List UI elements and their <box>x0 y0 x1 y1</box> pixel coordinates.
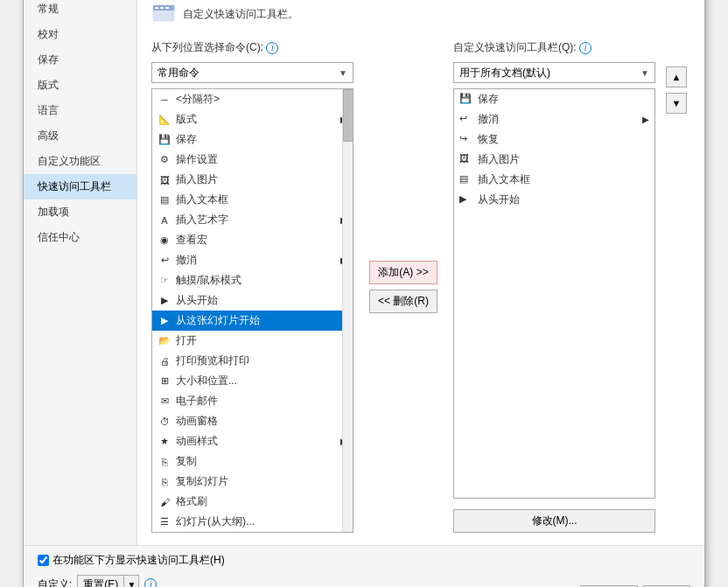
list-item-label: 插入文本框 <box>176 192 228 207</box>
section-header: 自定义快速访问工具栏。 <box>151 2 690 26</box>
dialog-body: 常规校对保存版式语言高级自定义功能区快速访问工具栏加载项信任中心 自定义快速访问… <box>24 0 704 545</box>
move-down-button[interactable]: ▼ <box>666 93 687 114</box>
sidebar-item[interactable]: 信任中心 <box>24 225 136 250</box>
list-item[interactable]: ⚙操作设置 <box>152 150 353 170</box>
list-item-label: 幻灯片(从大纲)... <box>176 514 255 529</box>
list-item[interactable]: ◉查看宏 <box>152 230 353 250</box>
list-item-icon: 🖨 <box>158 354 172 368</box>
right-list-item[interactable]: ▤插入文本框 <box>454 170 654 190</box>
right-panel: 自定义快速访问工具栏(Q): i 用于所有文档(默认) ▼ 💾保存↩撤消▶↪恢复… <box>453 40 655 533</box>
list-item-icon: 💾 <box>158 133 172 147</box>
list-item[interactable]: ▤插入文本框 <box>152 190 353 210</box>
right-list-item-arrow: ▶ <box>642 115 649 124</box>
bottom-area: 在功能区下方显示快速访问工具栏(H) 自定义: 重置(E) ▼ i 导入/导出(… <box>24 545 704 587</box>
middle-buttons-area: 添加(A) >> << 删除(R) <box>364 40 443 533</box>
list-item-icon: ☰ <box>158 515 172 529</box>
left-combo[interactable]: 常用命令 ▼ <box>151 62 354 83</box>
list-item[interactable]: ☞触摸/鼠标模式 <box>152 270 353 290</box>
list-item[interactable]: ✉电子邮件 <box>152 391 353 411</box>
custom-label: 自定义: <box>38 577 72 588</box>
right-list-item[interactable]: ▶从头开始 <box>454 190 654 210</box>
reset-dropdown-arrow[interactable]: ▼ <box>123 575 139 587</box>
list-item[interactable]: ★动画样式▶ <box>152 431 353 451</box>
sidebar-item[interactable]: 自定义功能区 <box>24 149 136 174</box>
sidebar-item[interactable]: 版式 <box>24 73 136 98</box>
right-list-box[interactable]: 💾保存↩撤消▶↪恢复🖼插入图片▤插入文本框▶从头开始 <box>453 88 655 499</box>
left-combo-value: 常用命令 <box>158 66 200 80</box>
right-list-item[interactable]: ↪恢复 <box>454 129 654 150</box>
left-list-box[interactable]: ─<分隔符>📐版式▶💾保存⚙操作设置🖼插入图片▤插入文本框A插入艺术字▶◉查看宏… <box>151 88 354 533</box>
list-item-icon: ☞ <box>158 274 172 288</box>
options-dialog: PowerPoint 选项 ? × 常规校对保存版式语言高级自定义功能区快速访问… <box>23 0 705 587</box>
svg-rect-4 <box>165 7 169 9</box>
list-item-label: 从头开始 <box>176 293 218 308</box>
reset-info-icon[interactable]: i <box>144 578 157 587</box>
right-list-item[interactable]: 💾保存 <box>454 89 654 109</box>
list-item-icon: ◉ <box>158 234 172 248</box>
list-item-label: 插入图片 <box>176 172 218 187</box>
left-panel-label: 从下列位置选择命令(C): i <box>151 40 354 55</box>
list-item-label: 操作设置 <box>176 152 218 167</box>
list-item[interactable]: ▶从这张幻灯片开始 <box>152 311 353 331</box>
right-list-item-label: 保存 <box>478 92 499 107</box>
list-item-icon: ▶ <box>158 314 172 328</box>
list-item-label: 触摸/鼠标模式 <box>176 273 242 288</box>
list-item-icon: ⎘ <box>158 475 172 489</box>
right-list-item-icon: ▤ <box>459 173 473 187</box>
reset-dropdown-main[interactable]: 重置(E) <box>77 575 123 587</box>
list-item[interactable]: 💾保存 <box>152 129 353 150</box>
list-item-icon: ★ <box>158 435 172 449</box>
bottom-checkbox-label[interactable]: 在功能区下方显示快速访问工具栏(H) <box>38 553 225 568</box>
section-title: 自定义快速访问工具栏。 <box>183 7 298 22</box>
list-item[interactable]: 🖼插入图片 <box>152 170 353 190</box>
move-up-button[interactable]: ▲ <box>666 66 687 87</box>
list-item[interactable]: 🖌格式刷 <box>152 492 353 512</box>
sidebar-item[interactable]: 保存 <box>24 47 136 73</box>
sidebar-item[interactable]: 高级 <box>24 123 136 149</box>
right-panel-label: 自定义快速访问工具栏(Q): i <box>453 40 655 55</box>
sidebar-item[interactable]: 语言 <box>24 98 136 123</box>
list-item[interactable]: ─<分隔符> <box>152 89 353 109</box>
sidebar-item[interactable]: 快速访问工具栏 <box>24 174 136 199</box>
left-info-icon[interactable]: i <box>266 42 278 54</box>
list-item-icon: ⎘ <box>158 455 172 469</box>
list-item[interactable]: ⎘复制 <box>152 451 353 472</box>
list-item-label: 电子邮件 <box>176 394 218 409</box>
list-item[interactable]: ⎘复制幻灯片 <box>152 472 353 492</box>
list-item[interactable]: A插入艺术字▶ <box>152 210 353 230</box>
bottom-checkbox-text: 在功能区下方显示快速访问工具栏(H) <box>52 553 225 568</box>
svg-rect-3 <box>160 7 164 9</box>
list-item-icon: A <box>158 213 172 227</box>
move-buttons-area: ▲ ▼ <box>666 40 690 533</box>
list-item[interactable]: ⊞大小和位置... <box>152 371 353 391</box>
list-item-label: 从这张幻灯片开始 <box>176 313 260 328</box>
sidebar-item[interactable]: 加载项 <box>24 199 136 225</box>
list-item[interactable]: 🖨打印预览和打印 <box>152 351 353 371</box>
list-item-label: 动画样式 <box>176 434 218 449</box>
list-item[interactable]: ↩撤消▶ <box>152 250 353 270</box>
remove-button[interactable]: << 删除(R) <box>369 290 438 313</box>
list-item[interactable]: 📂打开 <box>152 331 353 351</box>
right-list-item-label: 从头开始 <box>478 192 520 207</box>
right-combo-value: 用于所有文档(默认) <box>459 66 550 80</box>
right-info-icon[interactable]: i <box>579 42 592 54</box>
right-combo[interactable]: 用于所有文档(默认) ▼ <box>453 62 655 83</box>
modify-button[interactable]: 修改(M)... <box>453 509 655 533</box>
list-item[interactable]: ⏱动画窗格 <box>152 411 353 431</box>
bottom-checkbox[interactable] <box>38 555 49 566</box>
sidebar-item[interactable]: 常规 <box>24 0 136 22</box>
left-scrollbar[interactable] <box>342 89 353 532</box>
right-combo-arrow: ▼ <box>640 68 649 78</box>
add-button[interactable]: 添加(A) >> <box>369 261 438 284</box>
list-item-icon: 🖌 <box>158 495 172 509</box>
list-item-icon: ⚙ <box>158 153 172 167</box>
list-item-label: 大小和位置... <box>176 374 237 388</box>
right-list-item[interactable]: ↩撤消▶ <box>454 109 654 129</box>
list-item[interactable]: 📐版式▶ <box>152 109 353 129</box>
list-item[interactable]: ☰幻灯片(从大纲)... <box>152 512 353 532</box>
sidebar-item[interactable]: 校对 <box>24 22 136 47</box>
list-item-label: 复制幻灯片 <box>176 474 228 489</box>
right-list-item[interactable]: 🖼插入图片 <box>454 150 654 170</box>
left-scrollbar-thumb[interactable] <box>343 89 354 142</box>
list-item[interactable]: ▶从头开始 <box>152 290 353 311</box>
